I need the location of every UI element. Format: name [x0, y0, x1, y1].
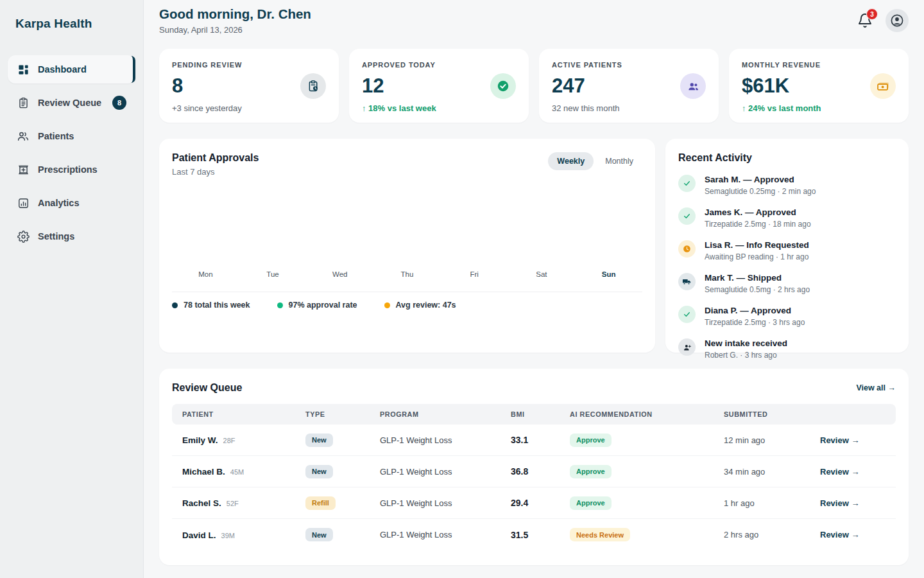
- notifications-button[interactable]: 3: [857, 13, 873, 28]
- sidebar-item-review-queue[interactable]: Review Queue 8: [8, 89, 135, 117]
- activity-item-detail: Semaglutide 0.25mg · 2 min ago: [705, 187, 816, 196]
- review-button[interactable]: Review →: [820, 498, 886, 508]
- sidebar-item-patients[interactable]: Patients: [8, 122, 135, 150]
- stat-card-active-patients: ACTIVE PATIENTS 247 32 new this month: [539, 49, 719, 123]
- clipboard-icon: [17, 96, 30, 109]
- sidebar-item-prescriptions[interactable]: Prescriptions: [8, 155, 135, 184]
- check-icon: [678, 175, 696, 192]
- stat-label: ACTIVE PATIENTS: [552, 61, 706, 69]
- stat-subtext: ↑ 24% vs last month: [742, 103, 896, 113]
- activity-item-title: Diana P. — Approved: [705, 306, 805, 315]
- sidebar-item-dashboard[interactable]: Dashboard: [8, 55, 135, 83]
- review-button[interactable]: Review →: [820, 530, 886, 539]
- table-header: PATIENT TYPE PROGRAM BMI AI RECOMMENDATI…: [172, 404, 896, 425]
- chart-legend: 78 total this week 97% approval rate Avg…: [172, 292, 642, 310]
- table-row: David L.39M New GLP-1 Weight Loss 31.5 N…: [172, 519, 896, 550]
- list-item[interactable]: Sarah M. — Approved Semaglutide 0.25mg ·…: [678, 175, 896, 196]
- activity-item-title: Lisa R. — Info Requested: [705, 240, 809, 250]
- clipboard-clock-icon: [300, 73, 326, 99]
- page-date: Sunday, April 13, 2026: [159, 25, 311, 35]
- toggle-weekly[interactable]: Weekly: [548, 152, 594, 170]
- brand-logo: Karpa Health: [0, 17, 143, 31]
- people-icon: [680, 73, 706, 99]
- topbar: Good morning, Dr. Chen Sunday, April 13,…: [159, 6, 909, 35]
- sidebar-item-label: Review Queue: [38, 98, 101, 108]
- activity-item-detail: Semaglutide 0.5mg · 2 hrs ago: [705, 285, 810, 294]
- stat-card-pending-review: PENDING REVIEW 8 +3 since yesterday: [159, 49, 339, 123]
- gear-icon: [17, 230, 30, 243]
- sidebar-item-analytics[interactable]: Analytics: [8, 189, 135, 217]
- day-label: Sat: [508, 270, 576, 278]
- day-label: Thu: [373, 270, 441, 278]
- sidebar-item-settings[interactable]: Settings: [8, 222, 135, 250]
- legend-item-total: 78 total this week: [172, 301, 250, 310]
- person-plus-icon: [678, 338, 696, 356]
- activity-item-detail: Tirzepatide 2.5mg · 3 hrs ago: [705, 318, 805, 327]
- type-badge: New: [305, 465, 333, 478]
- program-cell: GLP-1 Weight Loss: [380, 467, 511, 477]
- legend-label: 78 total this week: [184, 301, 250, 310]
- submitted-cell: 34 min ago: [724, 467, 820, 477]
- list-item[interactable]: Lisa R. — Info Requested Awaiting BP rea…: [678, 240, 896, 261]
- bmi-cell: 36.8: [511, 466, 570, 477]
- legend-dot-amber: [384, 302, 390, 308]
- stat-card-approved-today: APPROVED TODAY 12 ↑ 18% vs last week: [349, 49, 529, 123]
- avatar[interactable]: [886, 9, 909, 32]
- check-icon: [678, 207, 696, 225]
- sidebar-item-label: Dashboard: [38, 64, 87, 74]
- bmi-cell: 31.5: [511, 530, 570, 540]
- column-header-program: PROGRAM: [380, 410, 511, 418]
- table-row: Emily W.28F New GLP-1 Weight Loss 33.1 A…: [172, 425, 896, 456]
- legend-item-approval-rate: 97% approval rate: [277, 301, 357, 310]
- view-all-link[interactable]: View all →: [856, 383, 896, 392]
- activity-item-title: New intake received: [705, 338, 787, 348]
- day-label: Tue: [239, 270, 307, 278]
- people-icon: [17, 130, 30, 143]
- program-cell: GLP-1 Weight Loss: [380, 530, 511, 539]
- review-button[interactable]: Review →: [820, 467, 886, 477]
- middle-row: Patient Approvals Last 7 days Weekly Mon…: [159, 139, 909, 353]
- activity-title: Recent Activity: [678, 152, 896, 164]
- user-circle-icon: [889, 13, 905, 28]
- toggle-monthly[interactable]: Monthly: [596, 152, 642, 170]
- stat-subtext: 32 new this month: [552, 103, 706, 113]
- clock-icon: [678, 240, 696, 258]
- chart-title: Patient Approvals: [172, 152, 259, 164]
- type-badge: Refill: [305, 496, 336, 510]
- activity-item-detail: Tirzepatide 2.5mg · 18 min ago: [705, 220, 811, 229]
- stat-subtext: ↑ 18% vs last week: [362, 103, 516, 113]
- grid-icon: [17, 63, 30, 76]
- patient-meta: 28F: [223, 437, 235, 444]
- recommendation-badge: Approve: [570, 434, 612, 447]
- period-toggle: Weekly Monthly: [548, 152, 642, 170]
- recommendation-badge: Needs Review: [570, 528, 630, 541]
- type-badge: New: [305, 434, 333, 447]
- stat-cards-row: PENDING REVIEW 8 +3 since yesterday APPR…: [159, 49, 909, 123]
- bar-chart-icon: [17, 197, 30, 209]
- legend-item-avg-review: Avg review: 47s: [384, 301, 456, 310]
- check-circle-icon: [490, 73, 516, 99]
- table-row: Rachel S.52F Refill GLP-1 Weight Loss 29…: [172, 487, 896, 519]
- legend-label: Avg review: 47s: [396, 301, 456, 310]
- stat-label: PENDING REVIEW: [172, 61, 326, 69]
- patient-name: Michael B.: [182, 467, 225, 477]
- list-item[interactable]: James K. — Approved Tirzepatide 2.5mg · …: [678, 207, 896, 229]
- sidebar-item-label: Settings: [38, 231, 74, 241]
- submitted-cell: 1 hr ago: [724, 498, 820, 508]
- stat-label: APPROVED TODAY: [362, 61, 516, 69]
- review-queue-card: Review Queue View all → PATIENT TYPE PRO…: [159, 369, 909, 565]
- type-badge: New: [305, 528, 333, 541]
- recommendation-badge: Approve: [570, 496, 612, 510]
- program-cell: GLP-1 Weight Loss: [380, 498, 511, 508]
- list-item[interactable]: New intake received Robert G. · 3 hrs ag…: [678, 338, 896, 360]
- day-label-today: Sun: [575, 270, 642, 278]
- activity-item-title: James K. — Approved: [705, 207, 811, 217]
- list-item[interactable]: Mark T. — Shipped Semaglutide 0.5mg · 2 …: [678, 273, 896, 294]
- sidebar-item-label: Prescriptions: [38, 164, 98, 175]
- queue-title: Review Queue: [172, 382, 242, 394]
- column-header-patient: PATIENT: [182, 410, 305, 418]
- list-item[interactable]: Diana P. — Approved Tirzepatide 2.5mg · …: [678, 306, 896, 327]
- chart-day-labels: Mon Tue Wed Thu Fri Sat Sun: [172, 270, 642, 278]
- patient-name: Emily W.: [182, 435, 218, 445]
- review-button[interactable]: Review →: [820, 435, 886, 445]
